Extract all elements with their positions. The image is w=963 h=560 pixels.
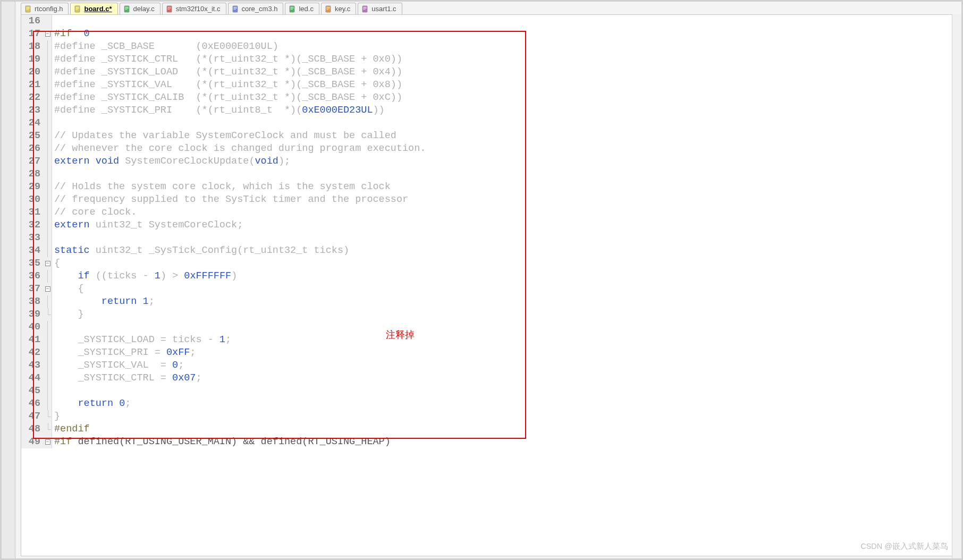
fold-gutter[interactable]: − <box>44 436 52 448</box>
code-text[interactable]: #define _SYSTICK_PRI (*(rt_uint8_t *)(0x… <box>52 104 959 117</box>
fold-gutter <box>44 53 52 66</box>
code-line[interactable]: 21#define _SYSTICK_VAL (*(rt_uint32_t *)… <box>21 79 959 91</box>
file-icon <box>325 5 332 13</box>
svg-rect-3 <box>27 9 29 10</box>
code-text[interactable]: // whenever the core clock is changed du… <box>52 142 959 155</box>
code-line[interactable]: 46 return 0; <box>21 397 959 410</box>
code-text[interactable]: // Holds the system core clock, which is… <box>52 181 959 193</box>
tab-usart1-c[interactable]: usart1.c <box>358 3 402 14</box>
fold-gutter <box>44 117 52 130</box>
code-line[interactable]: 31// core clock. <box>21 206 959 219</box>
code-line[interactable]: 43 _SYSTICK_VAL = 0; <box>21 359 959 372</box>
code-text[interactable] <box>52 15 959 28</box>
code-text[interactable] <box>52 168 959 181</box>
fold-gutter <box>44 410 52 423</box>
code-text[interactable]: _SYSTICK_PRI = 0xFF; <box>52 346 959 359</box>
code-line[interactable]: 32extern uint32_t SystemCoreClock; <box>21 219 959 232</box>
editor-area[interactable]: 1617−#if 018#define _SCB_BASE (0xE000E01… <box>21 14 959 556</box>
code-line[interactable]: 23#define _SYSTICK_PRI (*(rt_uint8_t *)(… <box>21 104 959 117</box>
code-line[interactable]: 37− { <box>21 283 959 295</box>
code-line[interactable]: 18#define _SCB_BASE (0xE000E010UL) <box>21 40 959 53</box>
line-number: 38 <box>21 295 44 308</box>
code-text[interactable]: #define _SCB_BASE (0xE000E010UL) <box>52 40 959 53</box>
code-text[interactable]: #define _SYSTICK_CTRL (*(rt_uint32_t *)(… <box>52 53 959 66</box>
svg-rect-19 <box>233 9 235 10</box>
code-text[interactable]: #define _SYSTICK_LOAD (*(rt_uint32_t *)(… <box>52 66 959 79</box>
tab-board-c-[interactable]: board.c* <box>70 3 117 14</box>
code-text[interactable]: #define _SYSTICK_VAL (*(rt_uint32_t *)(_… <box>52 79 959 91</box>
line-number: 28 <box>21 168 44 181</box>
code-line[interactable]: 45 <box>21 385 959 397</box>
code-line[interactable]: 35−{ <box>21 257 959 270</box>
code-line[interactable]: 38 return 1; <box>21 295 959 308</box>
code-text[interactable]: extern uint32_t SystemCoreClock; <box>52 219 959 232</box>
code-editor[interactable]: 1617−#if 018#define _SCB_BASE (0xE000E01… <box>21 15 959 448</box>
code-text[interactable]: #define _SYSTICK_CALIB (*(rt_uint32_t *)… <box>52 91 959 104</box>
tab-stm32f10x-it-c[interactable]: stm32f10x_it.c <box>162 3 226 14</box>
code-text[interactable]: static uint32_t _SysTick_Config(rt_uint3… <box>52 244 959 257</box>
fold-gutter <box>44 321 52 334</box>
code-line[interactable]: 44 _SYSTICK_CTRL = 0x07; <box>21 372 959 385</box>
code-text[interactable]: _SYSTICK_LOAD = ticks - 1; <box>52 334 959 346</box>
code-text[interactable]: if ((ticks - 1) > 0xFFFFFF) <box>52 270 959 283</box>
code-line[interactable]: 26// whenever the core clock is changed … <box>21 142 959 155</box>
code-line[interactable]: 39 } <box>21 308 959 321</box>
line-number: 34 <box>21 244 44 257</box>
code-text[interactable]: #if defined(RT_USING_USER_MAIN) && defin… <box>52 436 959 448</box>
tab-delay-c[interactable]: delay.c <box>120 3 160 14</box>
tab-key-c[interactable]: key.c <box>321 3 356 14</box>
code-text[interactable]: // Updates the variable SystemCoreClock … <box>52 130 959 142</box>
code-line[interactable]: 30// frequency supplied to the SysTick t… <box>21 193 959 206</box>
code-text[interactable]: return 0; <box>52 397 959 410</box>
tab-rtconfig-h[interactable]: rtconfig.h <box>21 3 69 14</box>
code-line[interactable]: 16 <box>21 15 959 28</box>
code-text[interactable]: } <box>52 308 959 321</box>
fold-gutter <box>44 219 52 232</box>
code-text[interactable]: { <box>52 257 959 270</box>
code-line[interactable]: 22#define _SYSTICK_CALIB (*(rt_uint32_t … <box>21 91 959 104</box>
code-line[interactable]: 28 <box>21 168 959 181</box>
code-line[interactable]: 34static uint32_t _SysTick_Config(rt_uin… <box>21 244 959 257</box>
code-line[interactable]: 42 _SYSTICK_PRI = 0xFF; <box>21 346 959 359</box>
code-text[interactable] <box>52 117 959 130</box>
code-line[interactable]: 49−#if defined(RT_USING_USER_MAIN) && de… <box>21 436 959 448</box>
fold-gutter <box>44 79 52 91</box>
code-text[interactable]: // core clock. <box>52 206 959 219</box>
tab-core-cm3-h[interactable]: core_cm3.h <box>228 3 284 14</box>
fold-gutter[interactable]: − <box>44 28 52 40</box>
code-line[interactable]: 47} <box>21 410 959 423</box>
code-line[interactable]: 41 _SYSTICK_LOAD = ticks - 1; <box>21 334 959 346</box>
code-line[interactable]: 17−#if 0 <box>21 28 959 40</box>
code-text[interactable]: #if 0 <box>52 28 959 40</box>
code-text[interactable] <box>52 232 959 244</box>
code-text[interactable]: { <box>52 283 959 295</box>
code-text[interactable] <box>52 385 959 397</box>
line-number: 32 <box>21 219 44 232</box>
fold-gutter[interactable]: − <box>44 257 52 270</box>
vertical-scrollbar[interactable] <box>952 14 961 558</box>
code-line[interactable]: 48#endif <box>21 423 959 436</box>
fold-gutter[interactable]: − <box>44 283 52 295</box>
code-line[interactable]: 20#define _SYSTICK_LOAD (*(rt_uint32_t *… <box>21 66 959 79</box>
code-text[interactable]: _SYSTICK_VAL = 0; <box>52 359 959 372</box>
code-line[interactable]: 19#define _SYSTICK_CTRL (*(rt_uint32_t *… <box>21 53 959 66</box>
code-text[interactable]: return 1; <box>52 295 959 308</box>
code-text[interactable]: _SYSTICK_CTRL = 0x07; <box>52 372 959 385</box>
svg-rect-25 <box>326 7 330 7</box>
code-line[interactable]: 24 <box>21 117 959 130</box>
code-line[interactable]: 25// Updates the variable SystemCoreCloc… <box>21 130 959 142</box>
code-line[interactable]: 40 <box>21 321 959 334</box>
line-number: 42 <box>21 346 44 359</box>
code-text[interactable]: // frequency supplied to the SysTick tim… <box>52 193 959 206</box>
line-number: 23 <box>21 104 44 117</box>
file-icon <box>123 5 131 13</box>
code-text[interactable]: extern void SystemCoreClockUpdate(void); <box>52 155 959 168</box>
code-line[interactable]: 33 <box>21 232 959 244</box>
code-text[interactable] <box>52 321 959 334</box>
code-text[interactable]: } <box>52 410 959 423</box>
code-line[interactable]: 36 if ((ticks - 1) > 0xFFFFFF) <box>21 270 959 283</box>
code-text[interactable]: #endif <box>52 423 959 436</box>
tab-led-c[interactable]: led.c <box>285 3 319 14</box>
code-line[interactable]: 27extern void SystemCoreClockUpdate(void… <box>21 155 959 168</box>
code-line[interactable]: 29// Holds the system core clock, which … <box>21 181 959 193</box>
